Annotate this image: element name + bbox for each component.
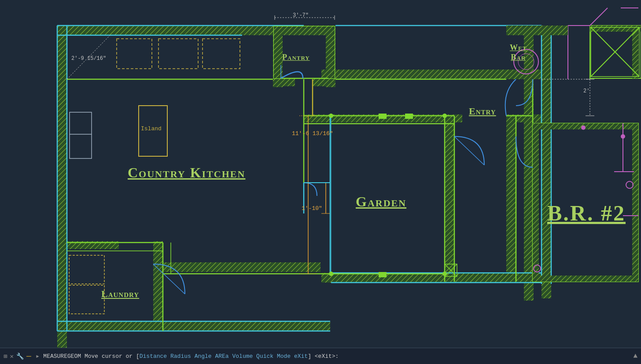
- svg-rect-13: [273, 78, 295, 86]
- command-bar: ⊞ ✕ 🔧 — ▸ MEASUREGEOM Move cursor or [Di…: [0, 348, 641, 364]
- svg-rect-94: [533, 276, 638, 282]
- svg-rect-123: [379, 272, 387, 277]
- svg-rect-19: [506, 122, 516, 283]
- svg-point-117: [329, 114, 333, 118]
- svg-point-119: [329, 272, 333, 276]
- dim-2-9-15-16: 2'-9 15/16": [71, 55, 106, 62]
- svg-rect-121: [379, 114, 387, 119]
- svg-rect-5: [321, 70, 550, 79]
- arrow-icon: ▸: [36, 352, 40, 360]
- pantry-label: Pantry: [282, 53, 310, 62]
- svg-rect-57: [274, 26, 280, 78]
- svg-rect-122: [405, 114, 413, 119]
- svg-rect-64: [203, 39, 240, 69]
- svg-rect-62: [117, 39, 152, 69]
- svg-rect-24: [153, 272, 163, 329]
- scroll-up-icon[interactable]: ▲: [633, 352, 637, 360]
- island-label: Island: [141, 125, 162, 132]
- svg-rect-63: [158, 39, 198, 69]
- svg-rect-92: [533, 123, 539, 282]
- measure-icon: —: [26, 352, 31, 360]
- svg-rect-56: [274, 26, 335, 33]
- dim-11-6-13-16: 11'-6 13/16": [292, 130, 333, 137]
- svg-rect-68: [70, 112, 92, 158]
- close-icon[interactable]: ✕: [10, 353, 13, 360]
- svg-point-108: [626, 181, 633, 188]
- svg-rect-124: [506, 26, 568, 35]
- plan-svg: [0, 0, 641, 348]
- svg-rect-16: [445, 114, 454, 282]
- svg-point-106: [581, 125, 586, 130]
- svg-line-111: [590, 8, 608, 26]
- svg-rect-93: [632, 123, 638, 282]
- svg-rect-22: [57, 241, 67, 329]
- dim-2ft: 2': [583, 88, 589, 94]
- floor-plan: Country Kitchen Pantry WetBar Entry Gard…: [0, 0, 641, 348]
- dim-3-7: 3'-7": [293, 12, 309, 18]
- svg-point-118: [442, 114, 447, 118]
- svg-rect-67: [69, 285, 104, 314]
- svg-rect-58: [328, 26, 335, 78]
- svg-rect-23: [153, 262, 320, 272]
- br2-label: B.R. #2: [547, 200, 626, 226]
- dim-1-10: 1'-10": [302, 205, 322, 212]
- garden-label: Garden: [356, 194, 406, 210]
- svg-rect-8: [57, 321, 330, 331]
- svg-point-120: [442, 272, 447, 276]
- country-kitchen-label: Country Kitchen: [128, 165, 245, 181]
- grid-icon: ⊞: [4, 353, 7, 360]
- svg-rect-14: [313, 78, 335, 86]
- command-text: MEASUREGEOM Move cursor or [Distance Rad…: [43, 353, 339, 360]
- svg-rect-4: [57, 26, 304, 35]
- svg-line-59: [454, 136, 484, 165]
- svg-rect-6: [542, 26, 551, 298]
- wet-bar-label: WetBar: [510, 43, 527, 62]
- entry-label: Entry: [469, 106, 496, 117]
- svg-rect-66: [69, 255, 104, 284]
- wrench-icon[interactable]: 🔧: [16, 353, 24, 360]
- laundry-label: Laundry: [101, 288, 139, 300]
